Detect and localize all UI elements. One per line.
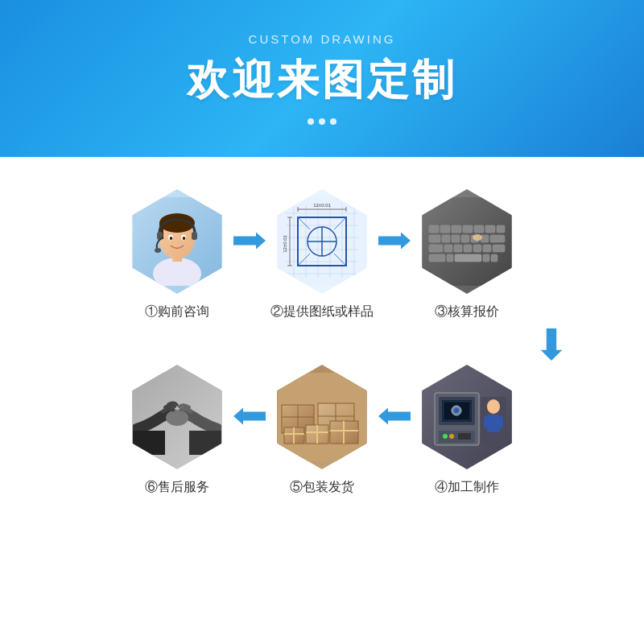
- svg-point-71: [473, 234, 482, 241]
- step-2-image: 12±0.01 12±0.01: [270, 189, 374, 294]
- svg-marker-43: [378, 233, 411, 250]
- svg-rect-46: [440, 225, 450, 233]
- header-dots: [308, 118, 336, 125]
- main-content: ①购前咨询: [0, 157, 644, 520]
- svg-rect-106: [458, 433, 471, 440]
- step-6-image: [125, 365, 229, 469]
- flow-row-1: ①购前咨询: [24, 189, 620, 320]
- arrow-4-5: [374, 404, 415, 456]
- svg-point-74: [166, 410, 188, 426]
- step-6-label: ⑥售后服务: [145, 479, 209, 496]
- svg-rect-68: [455, 254, 481, 262]
- dot-2: [319, 118, 325, 125]
- step-2-hex: 12±0.01 12±0.01: [270, 189, 374, 294]
- svg-marker-72: [541, 328, 563, 361]
- manufacturing-illustration: [423, 373, 511, 461]
- step-4-hex: [415, 365, 519, 469]
- svg-text:12±0.01: 12±0.01: [283, 235, 287, 253]
- arrow-right-icon-2: [378, 229, 411, 253]
- step-5-label: ⑤包装发货: [290, 479, 354, 496]
- svg-rect-50: [485, 225, 495, 233]
- arrow-right-icon: [233, 229, 266, 253]
- svg-rect-75: [133, 431, 165, 455]
- svg-rect-66: [429, 254, 445, 262]
- svg-point-104: [443, 434, 448, 439]
- arrow-1-2: [229, 229, 270, 281]
- svg-rect-53: [442, 235, 450, 242]
- svg-rect-62: [464, 245, 472, 252]
- dot-3: [330, 118, 336, 125]
- step-2-label: ②提供图纸或样品: [270, 303, 374, 320]
- keyboard-illustration: [423, 197, 511, 286]
- svg-rect-47: [452, 225, 461, 233]
- step-2: 12±0.01 12±0.01 ②提供图纸或样品: [270, 189, 374, 320]
- step-3: ③核算报价: [415, 189, 519, 320]
- step-1: ①购前咨询: [125, 189, 229, 320]
- step-4-label: ④加工制作: [435, 479, 499, 496]
- step-4: ④加工制作: [415, 365, 519, 496]
- handshake-illustration: [133, 373, 221, 461]
- header-title: 欢迎来图定制: [187, 52, 457, 109]
- step-3-image: [415, 189, 519, 294]
- arrow-left-icon: [378, 404, 411, 428]
- packaging-illustration: [278, 373, 366, 461]
- flow-row-2: ⑥售后服务: [24, 365, 620, 496]
- step-3-hex: [415, 189, 519, 294]
- step-5-image: [270, 365, 374, 469]
- svg-rect-49: [474, 225, 484, 233]
- header-banner: CUSTOM DRAWING 欢迎来图定制: [0, 0, 644, 157]
- svg-rect-64: [483, 245, 491, 252]
- arrow-down-icon: [539, 328, 564, 361]
- svg-point-102: [454, 408, 459, 413]
- arrow-2-3: [374, 229, 415, 281]
- svg-point-105: [449, 434, 454, 439]
- svg-rect-55: [461, 235, 469, 242]
- svg-rect-63: [473, 245, 481, 252]
- step-1-hex: [125, 189, 229, 294]
- svg-rect-111: [497, 416, 503, 428]
- arrow-5-6: [229, 404, 270, 456]
- dot-1: [308, 118, 314, 125]
- svg-rect-59: [429, 245, 443, 252]
- svg-rect-54: [452, 235, 460, 242]
- svg-rect-65: [493, 245, 505, 252]
- svg-rect-110: [484, 416, 490, 428]
- svg-marker-95: [378, 408, 411, 425]
- consultation-illustration: [133, 197, 221, 286]
- svg-rect-69: [483, 254, 489, 262]
- svg-point-12: [155, 248, 161, 253]
- svg-marker-77: [233, 408, 266, 425]
- step-3-label: ③核算报价: [435, 303, 499, 320]
- step-1-image: [125, 189, 229, 294]
- svg-text:12±0.01: 12±0.01: [313, 203, 331, 208]
- step-1-label: ①购前咨询: [145, 303, 209, 320]
- svg-rect-51: [497, 225, 505, 233]
- svg-rect-52: [429, 235, 440, 242]
- svg-point-8: [170, 237, 173, 240]
- arrow-3-4: [24, 328, 620, 361]
- step-6: ⑥售后服务: [125, 365, 229, 496]
- svg-point-108: [487, 399, 500, 414]
- step-5-hex: [270, 365, 374, 469]
- svg-rect-70: [491, 254, 497, 262]
- header-subtitle: CUSTOM DRAWING: [249, 32, 396, 46]
- drawing-illustration: 12±0.01 12±0.01: [278, 197, 366, 286]
- svg-point-9: [183, 237, 186, 240]
- svg-rect-61: [454, 245, 462, 252]
- svg-rect-76: [189, 431, 221, 455]
- step-5: ⑤包装发货: [270, 365, 374, 496]
- svg-rect-67: [447, 254, 453, 262]
- svg-rect-45: [429, 225, 439, 233]
- svg-rect-60: [444, 245, 452, 252]
- svg-marker-13: [233, 233, 266, 250]
- arrow-left-icon-2: [233, 404, 266, 428]
- svg-rect-58: [490, 235, 505, 242]
- step-4-image: [415, 365, 519, 469]
- step-6-hex: [125, 365, 229, 469]
- svg-rect-11: [192, 232, 197, 240]
- svg-rect-48: [463, 225, 473, 233]
